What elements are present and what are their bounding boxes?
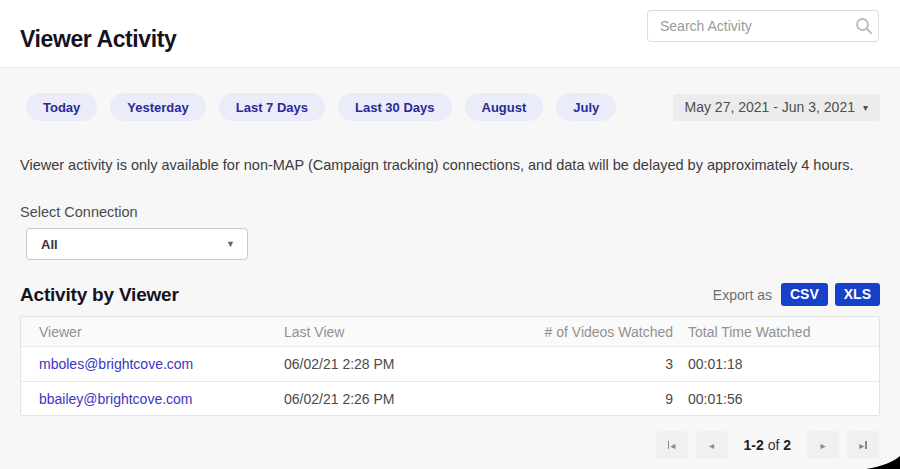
column-header-viewer: Viewer	[39, 324, 284, 340]
top-bar: Viewer Activity	[0, 0, 900, 68]
main-content: Today Yesterday Last 7 Days Last 30 Days…	[0, 93, 900, 459]
previous-page-arrow-icon: ◂	[709, 440, 714, 451]
section-title: Activity by Viewer	[20, 284, 179, 306]
select-caret-icon: ▼	[226, 239, 235, 249]
total-time-cell: 00:01:18	[673, 356, 879, 372]
last-page-button[interactable]: ▸	[847, 431, 879, 459]
first-page-arrow-icon: ◂	[670, 440, 675, 451]
search-box[interactable]	[647, 10, 879, 42]
chevron-down-icon: ▾	[863, 102, 868, 113]
viewer-email-link[interactable]: mboles@brightcove.com	[39, 356, 193, 372]
viewer-email-link[interactable]: bbailey@brightcove.com	[39, 391, 193, 407]
export-csv-button[interactable]: CSV	[781, 283, 828, 306]
notice-text: Viewer activity is only available for no…	[20, 157, 880, 173]
search-input[interactable]	[648, 18, 850, 34]
column-header-total-time: Total Time Watched	[673, 324, 879, 340]
search-icon	[850, 17, 878, 35]
column-header-videos-watched: # of Videos Watched	[539, 324, 673, 340]
table-header-row: Viewer Last View # of Videos Watched Tot…	[21, 317, 879, 347]
page-range: 1-2	[744, 437, 764, 453]
export-group: Export as CSV XLS	[713, 283, 880, 306]
date-pills: Today Yesterday Last 7 Days Last 30 Days…	[26, 93, 616, 121]
column-header-last-view: Last View	[284, 324, 539, 340]
total-time-cell: 00:01:56	[673, 391, 879, 407]
page-info: 1-2 of 2	[744, 437, 792, 453]
pill-yesterday[interactable]: Yesterday	[110, 93, 205, 121]
pill-last-7-days[interactable]: Last 7 Days	[219, 93, 325, 121]
filter-row: Today Yesterday Last 7 Days Last 30 Days…	[20, 93, 880, 121]
connection-select[interactable]: All ▼	[26, 228, 248, 260]
next-page-arrow-icon: ▸	[820, 440, 825, 451]
pill-today[interactable]: Today	[26, 93, 97, 121]
date-range-value: May 27, 2021 - Jun 3, 2021	[685, 99, 855, 115]
first-page-button[interactable]: ◂	[656, 431, 688, 459]
previous-page-button[interactable]: ◂	[696, 431, 728, 459]
section-header: Activity by Viewer Export as CSV XLS	[20, 283, 880, 306]
last-view-cell: 06/02/21 2:28 PM	[284, 356, 539, 372]
connection-selected-value: All	[41, 237, 58, 252]
videos-watched-cell: 9	[539, 391, 673, 407]
export-xls-button[interactable]: XLS	[835, 283, 880, 306]
viewer-activity-table: Viewer Last View # of Videos Watched Tot…	[20, 316, 880, 416]
videos-watched-cell: 3	[539, 356, 673, 372]
screen-corner-artifact	[866, 456, 900, 469]
last-view-cell: 06/02/21 2:26 PM	[284, 391, 539, 407]
last-page-arrow-icon: ▸	[859, 440, 864, 451]
connection-label: Select Connection	[20, 204, 880, 220]
table-row: mboles@brightcove.com 06/02/21 2:28 PM 3…	[21, 347, 879, 381]
table-row: bbailey@brightcove.com 06/02/21 2:26 PM …	[21, 381, 879, 415]
first-page-bar-icon	[668, 441, 670, 449]
next-page-button[interactable]: ▸	[807, 431, 839, 459]
last-page-bar-icon	[865, 441, 867, 449]
pill-last-30-days[interactable]: Last 30 Days	[338, 93, 452, 121]
page-title: Viewer Activity	[20, 26, 176, 53]
export-label: Export as	[713, 287, 772, 303]
page-total: 2	[783, 437, 791, 453]
date-range-dropdown[interactable]: May 27, 2021 - Jun 3, 2021 ▾	[673, 94, 880, 121]
pill-july[interactable]: July	[556, 93, 616, 121]
pill-august[interactable]: August	[465, 93, 544, 121]
page-of-label: of	[768, 437, 780, 453]
pagination: ◂ ◂ 1-2 of 2 ▸ ▸	[20, 431, 880, 459]
